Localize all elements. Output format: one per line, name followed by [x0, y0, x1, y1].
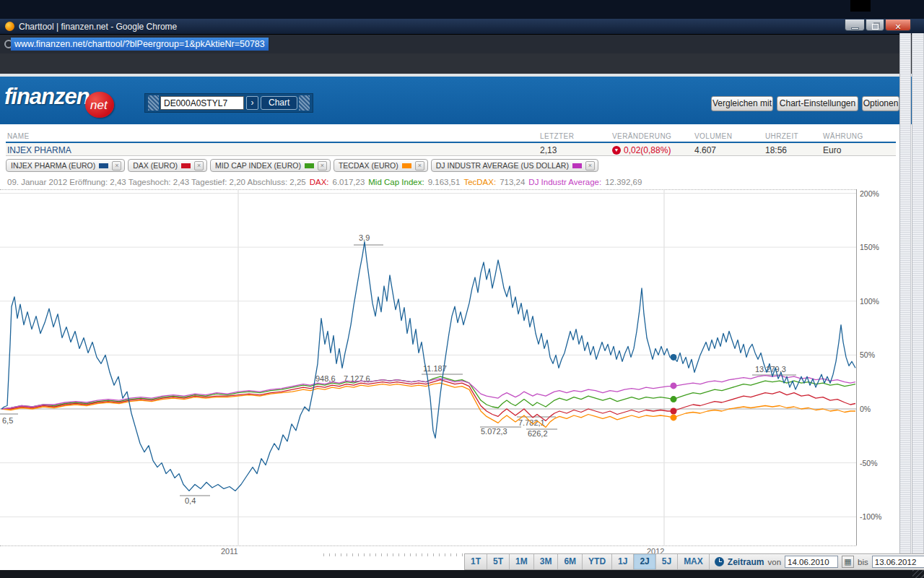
search-arrow-button[interactable]: › [246, 96, 258, 110]
close-icon: ✕ [894, 22, 901, 31]
y-axis-tick: -100% [860, 512, 881, 521]
x-minor-tick [427, 553, 428, 556]
period-button-5t[interactable]: 5T [487, 554, 510, 569]
vergleichen-mit-button[interactable]: Vergleichen mit [711, 96, 773, 111]
period-button-5j[interactable]: 5J [656, 554, 678, 569]
hover-info-line: 09. Januar 2012 Eröffnung: 2,43 Tageshoc… [7, 178, 645, 186]
series-tag[interactable]: DJ INDUSTR AVERAGE (US DOLLAR)× [431, 159, 598, 172]
x-minor-tick [375, 553, 376, 556]
x-minor-tick [352, 553, 353, 556]
calendar-from-icon[interactable]: ▦ [842, 556, 854, 568]
x-minor-tick [456, 553, 457, 556]
period-button-2j[interactable]: 2J [634, 554, 655, 569]
tag-color-swatch [181, 163, 191, 168]
x-minor-tick [398, 553, 399, 556]
chart-einstellungen-button[interactable]: Chart-Einstellungen [777, 96, 858, 111]
maximize-button[interactable] [866, 20, 884, 31]
x-minor-tick [439, 553, 440, 556]
tag-label: DAX (EURO) [133, 161, 178, 170]
clock-icon [715, 557, 724, 566]
minimize-icon [851, 27, 859, 30]
x-minor-tick [346, 553, 347, 556]
period-button-1t[interactable]: 1T [465, 554, 487, 569]
price-chart[interactable]: 3,9948,67.127,611.18713.279,36,50,47.782… [0, 189, 856, 545]
isin-input[interactable] [160, 96, 244, 110]
period-button-1m[interactable]: 1M [510, 554, 534, 569]
x-minor-tick [370, 553, 370, 556]
x-minor-tick [323, 553, 324, 556]
info-index-label: DAX: [310, 178, 329, 186]
series-tags-row: INJEX PHARMA (EURO)×DAX (EURO)×MID CAP I… [6, 159, 598, 172]
info-index-label: Mid Cap Index: [368, 178, 424, 186]
tag-close-icon[interactable]: × [585, 161, 595, 171]
optionen-button[interactable]: Optionen [862, 96, 899, 111]
tag-close-icon[interactable]: × [318, 161, 327, 171]
period-button-ytd[interactable]: YTD [583, 554, 612, 569]
finanzen-logo[interactable]: finanzen [4, 84, 90, 110]
cell-veraenderung: 0,02(0,88%) [624, 145, 671, 155]
tag-close-icon[interactable]: × [415, 161, 424, 171]
series-tag[interactable]: TECDAX (EURO)× [334, 159, 428, 172]
col-header-uhrzeit: UHRZEIT [765, 132, 798, 140]
series-tag[interactable]: MID CAP INDEX (EURO)× [210, 159, 331, 172]
col-header-letzter: LETZTER [540, 132, 574, 140]
x-minor-tick [433, 553, 434, 556]
y-axis-tick: 100% [860, 297, 879, 306]
x-minor-tick [364, 553, 365, 556]
minimize-button[interactable] [845, 20, 865, 31]
x-minor-tick [329, 553, 330, 556]
period-button-max[interactable]: MAX [678, 554, 710, 569]
period-button-3m[interactable]: 3M [534, 554, 559, 569]
x-minor-tick [422, 553, 422, 556]
tag-close-icon[interactable]: × [194, 161, 204, 171]
search-left-cap [148, 95, 159, 111]
plot-bottom-border [0, 545, 856, 546]
chart-submit-button[interactable]: Chart [261, 96, 297, 110]
y-axis-tick: 50% [860, 350, 875, 359]
change-down-icon: ▼ [612, 146, 621, 155]
x-minor-tick [341, 553, 341, 556]
cell-waehrung: Euro [823, 145, 841, 155]
series-tag[interactable]: DAX (EURO)× [128, 159, 207, 172]
x-minor-tick [462, 553, 463, 556]
x-minor-tick [358, 553, 359, 556]
series-tag[interactable]: INJEX PHARMA (EURO)× [6, 159, 125, 172]
browser-scrollbar[interactable] [912, 33, 924, 571]
table-row [6, 143, 896, 156]
x-minor-tick [410, 553, 411, 556]
tag-close-icon[interactable]: × [112, 161, 121, 171]
period-toolbar: 1T5T1M3M6MYTD1J2J5JMAX Zeitraum von ▦ bi… [464, 553, 924, 570]
tag-label: TECDAX (EURO) [339, 161, 398, 170]
col-header-name: NAME [7, 132, 30, 140]
date-to-input[interactable] [872, 556, 924, 568]
x-minor-tick [445, 553, 445, 556]
info-index-value: 12.392,69 [605, 178, 642, 186]
svg-text:5.072,3: 5.072,3 [481, 427, 507, 436]
inner-scrollbar[interactable] [899, 33, 911, 571]
bis-label: bis [858, 558, 868, 566]
info-index-label: TecDAX: [463, 178, 496, 186]
url-selected-text[interactable]: www.finanzen.net/charttool/?blPeergroup=… [11, 38, 269, 51]
instrument-name-link[interactable]: INJEX PHARMA [7, 145, 71, 155]
period-button-1j[interactable]: 1J [612, 554, 634, 569]
tag-label: INJEX PHARMA (EURO) [11, 161, 95, 170]
tag-color-swatch [572, 163, 582, 168]
resize-grip[interactable] [912, 570, 924, 578]
window-corner-box [850, 0, 871, 12]
svg-text:3,9: 3,9 [359, 233, 370, 242]
window-bottom-edge [0, 570, 924, 578]
logo-net-text: net [90, 98, 108, 113]
info-index-value: 6.017,23 [333, 178, 365, 186]
svg-text:0,4: 0,4 [185, 496, 196, 505]
cell-letzter: 2,13 [540, 145, 557, 155]
window-title: Charttool | finanzen.net - Google Chrome [19, 22, 177, 32]
svg-text:626,2: 626,2 [528, 429, 548, 438]
close-button[interactable]: ✕ [885, 20, 911, 31]
chrome-favicon-icon [5, 22, 14, 31]
x-minor-tick [393, 553, 393, 556]
period-button-6m[interactable]: 6M [558, 554, 583, 569]
x-axis-tick: 2011 [221, 547, 238, 556]
date-from-input[interactable] [785, 556, 838, 568]
browser-chrome-gap [0, 53, 924, 74]
col-header-veraenderung: VERÄNDERUNG [612, 132, 671, 140]
